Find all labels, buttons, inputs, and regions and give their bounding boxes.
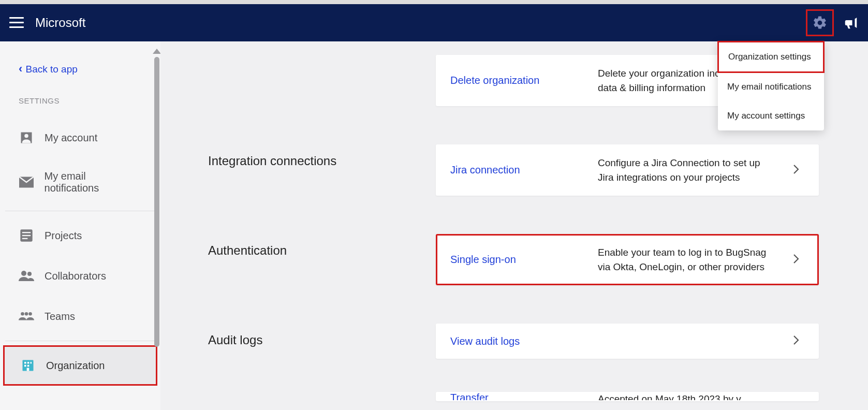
- card-desc: Enable your team to log in to BugSnag vi…: [598, 245, 776, 274]
- back-to-app-link[interactable]: Back to app: [0, 41, 160, 91]
- svg-point-8: [25, 312, 28, 316]
- svg-rect-12: [27, 362, 30, 364]
- sidebar-item-organization[interactable]: Organization: [3, 345, 157, 386]
- section-title: Authentication: [208, 234, 436, 258]
- sidebar: Back to app SETTINGS My account My email…: [0, 41, 160, 410]
- chevron-right-icon: [792, 335, 804, 347]
- section-integration-connections: Integration connections Jira connection …: [208, 144, 847, 201]
- sidebar-item-label: My email notifications: [45, 170, 142, 194]
- card-jira-connection[interactable]: Jira connection Configure a Jira Connect…: [436, 144, 819, 196]
- settings-gear-button[interactable]: [806, 9, 834, 36]
- sidebar-item-collaborators[interactable]: Collaborators: [0, 256, 160, 296]
- organization-icon: [20, 358, 36, 373]
- svg-point-9: [28, 312, 32, 316]
- teams-icon: [19, 309, 34, 324]
- card-link[interactable]: Jira connection: [450, 164, 582, 176]
- svg-rect-15: [27, 365, 30, 367]
- sidebar-divider: [5, 341, 155, 341]
- svg-rect-4: [22, 238, 28, 239]
- card-link[interactable]: Transfer: [450, 392, 582, 400]
- card-desc: Accepted on May 18th 2023 by v: [598, 392, 804, 400]
- section-title: Integration connections: [208, 144, 436, 168]
- header-right: [806, 9, 862, 36]
- card-transfer[interactable]: Transfer Accepted on May 18th 2023 by v: [436, 392, 819, 401]
- card-link[interactable]: View audit logs: [450, 335, 582, 347]
- section-audit-logs: Audit logs View audit logs: [208, 324, 847, 364]
- dropdown-item-account-settings[interactable]: My account settings: [718, 101, 824, 130]
- collaborators-icon: [19, 268, 34, 284]
- chevron-right-icon: [792, 254, 804, 266]
- card-link[interactable]: Single sign-on: [450, 254, 582, 266]
- card-desc: Configure a Jira Connection to set up Ji…: [598, 156, 776, 184]
- svg-rect-16: [27, 368, 30, 371]
- svg-rect-11: [24, 362, 26, 364]
- megaphone-icon[interactable]: [843, 15, 859, 31]
- sidebar-item-label: My account: [45, 132, 97, 144]
- section-title: Audit logs: [208, 324, 436, 347]
- section-legal-compliance: Legal & compliance Transfer Accepted on …: [208, 392, 847, 406]
- card-link[interactable]: Delete organization: [450, 75, 582, 86]
- settings-dropdown: Organization settings My email notificat…: [718, 41, 824, 130]
- brand-title: Microsoft: [35, 16, 85, 30]
- sidebar-section-label: SETTINGS: [0, 91, 160, 118]
- section-title: [208, 41, 436, 51]
- sidebar-item-label: Collaborators: [45, 270, 106, 282]
- section-authentication: Authentication Single sign-on Enable you…: [208, 234, 847, 290]
- section-title: Legal & compliance: [208, 392, 436, 401]
- svg-rect-13: [31, 362, 32, 364]
- gear-icon: [812, 15, 828, 31]
- svg-rect-2: [22, 232, 31, 233]
- sidebar-scrollbar[interactable]: [152, 46, 160, 410]
- sidebar-item-projects[interactable]: Projects: [0, 215, 160, 256]
- svg-point-7: [21, 312, 24, 316]
- hamburger-icon[interactable]: [9, 17, 24, 28]
- chevron-right-icon: [792, 164, 804, 177]
- email-icon: [19, 174, 34, 190]
- sidebar-divider: [5, 211, 155, 211]
- sidebar-item-label: Projects: [45, 230, 82, 242]
- svg-point-6: [27, 272, 32, 276]
- sidebar-item-label: Teams: [45, 311, 75, 323]
- projects-icon: [19, 228, 34, 243]
- svg-rect-14: [24, 365, 26, 367]
- svg-rect-3: [22, 235, 31, 236]
- sidebar-item-my-account[interactable]: My account: [0, 118, 160, 158]
- sidebar-item-teams[interactable]: Teams: [0, 296, 160, 336]
- sidebar-item-email-notifications[interactable]: My email notifications: [0, 158, 160, 207]
- person-icon: [19, 130, 34, 145]
- svg-point-0: [24, 134, 28, 138]
- svg-point-5: [21, 271, 26, 276]
- dropdown-item-email-notifications[interactable]: My email notifications: [718, 72, 824, 101]
- dropdown-item-organization-settings[interactable]: Organization settings: [717, 41, 825, 73]
- header-bar: Microsoft: [0, 4, 868, 41]
- sidebar-item-label: Organization: [46, 360, 105, 372]
- card-view-audit-logs[interactable]: View audit logs: [436, 324, 819, 359]
- card-single-sign-on[interactable]: Single sign-on Enable your team to log i…: [436, 234, 819, 285]
